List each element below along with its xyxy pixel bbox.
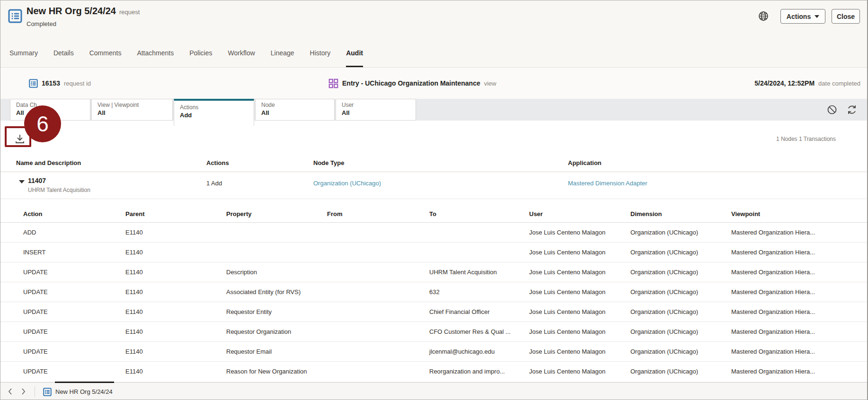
- cell-parent: E1140: [125, 249, 143, 256]
- globe-icon[interactable]: [758, 10, 769, 22]
- cell-user: Jose Luis Centeno Malagon: [529, 269, 605, 276]
- col-dimension: Dimension: [630, 210, 662, 217]
- col-viewpoint: Viewpoint: [731, 210, 760, 217]
- filter-user[interactable]: User All: [336, 99, 416, 121]
- cell-to: UHRM Talent Acquisition: [429, 269, 497, 276]
- node-group-row: 11407 UHRM Talent Acquisition 1 Add Orga…: [0, 172, 867, 199]
- col-action: Action: [23, 210, 42, 217]
- cell-action: UPDATE: [23, 368, 48, 375]
- detail-table-header: Action Parent Property From To User Dime…: [0, 208, 867, 223]
- cell-user: Jose Luis Centeno Malagon: [529, 328, 605, 335]
- cell-to: CFO Customer Res & Qual ...: [429, 328, 511, 335]
- actions-button[interactable]: Actions: [780, 9, 825, 24]
- filter-label: User: [342, 102, 410, 108]
- cell-viewpoint-link[interactable]: Mastered Organization Hiera...: [731, 308, 815, 315]
- cell-parent: E1140: [125, 368, 143, 375]
- request-id-value: 16153: [42, 79, 60, 87]
- cell-parent: E1140: [125, 328, 143, 335]
- cell-action: INSERT: [23, 249, 45, 256]
- table-row: ADD E1140 Jose Luis Centeno Malagon Orga…: [0, 223, 867, 243]
- cell-dimension: Organization (UChicago): [630, 249, 698, 256]
- filter-value: All: [261, 109, 328, 116]
- filter-label: View | Viewpoint: [97, 102, 167, 108]
- footer-divider: [35, 386, 35, 397]
- table-row: UPDATE E1140 Description UHRM Talent Acq…: [0, 262, 867, 282]
- node-type-link[interactable]: Organization (UChicago): [313, 180, 381, 187]
- tab-comments[interactable]: Comments: [89, 49, 122, 67]
- col-property: Property: [226, 210, 251, 217]
- table-row: UPDATE E1140 Reason for New Organization…: [0, 362, 867, 382]
- tab-attachments[interactable]: Attachments: [137, 49, 174, 67]
- cell-action: UPDATE: [23, 308, 48, 315]
- tab-workflow[interactable]: Workflow: [228, 49, 255, 67]
- filter-value: Add: [180, 112, 248, 119]
- view-label: view: [484, 80, 496, 87]
- view-group: Entry - UChicago Organization Maintenanc…: [328, 68, 496, 99]
- filter-view-viewpoint[interactable]: View | Viewpoint All: [91, 99, 173, 121]
- col-application: Application: [568, 159, 602, 166]
- footer-tab-bar: New HR Org 5/24/24: [0, 382, 867, 400]
- cell-dimension: Organization (UChicago): [630, 229, 698, 236]
- title-suffix: request: [119, 9, 140, 16]
- table-row: UPDATE E1140 Requestor Organization CFO …: [0, 322, 867, 342]
- close-button[interactable]: Close: [832, 9, 860, 24]
- view-grid-icon: [328, 78, 338, 88]
- cell-property: Associated Entity (for RVS): [226, 288, 301, 296]
- active-footer-tab-indicator: [55, 382, 114, 383]
- tab-audit[interactable]: Audit: [346, 49, 363, 67]
- cell-viewpoint-link[interactable]: Mastered Organization Hiera...: [731, 328, 815, 335]
- cell-parent: E1140: [125, 308, 143, 315]
- request-id-label: request id: [64, 80, 91, 87]
- filter-node[interactable]: Node All: [255, 99, 335, 121]
- page-title: New HR Org 5/24/24request: [27, 6, 140, 17]
- refresh-icon[interactable]: [847, 104, 857, 115]
- cell-property: Requestor Organization: [226, 328, 291, 335]
- cell-viewpoint-link[interactable]: Mastered Organization Hiera...: [731, 229, 815, 236]
- open-request-tab[interactable]: New HR Org 5/24/24: [38, 383, 117, 400]
- filter-label: Actions: [180, 104, 248, 111]
- filter-value: All: [97, 109, 167, 116]
- tab-history[interactable]: History: [310, 49, 331, 67]
- cell-viewpoint-link[interactable]: Mastered Organization Hiera...: [731, 368, 815, 375]
- cell-action: UPDATE: [23, 348, 48, 355]
- cell-parent: E1140: [125, 269, 143, 276]
- cell-property: Requestor Entity: [226, 308, 272, 315]
- cell-viewpoint-link[interactable]: Mastered Organization Hiera...: [731, 348, 815, 355]
- annotation-step-number: 6: [24, 105, 61, 142]
- tab-lineage[interactable]: Lineage: [271, 49, 294, 67]
- cell-to: jlcenmal@uchicago.edu: [429, 348, 495, 355]
- cell-property: Requestor Email: [226, 348, 272, 355]
- cell-dimension: Organization (UChicago): [630, 288, 698, 296]
- prev-tab-icon[interactable]: [5, 387, 15, 396]
- col-user: User: [529, 210, 543, 217]
- table-row: UPDATE E1140 Requestor Entity Chief Fina…: [0, 302, 867, 322]
- cell-action: UPDATE: [23, 288, 48, 296]
- cell-viewpoint-link[interactable]: Mastered Organization Hiera...: [731, 269, 815, 276]
- close-button-label: Close: [837, 13, 855, 20]
- col-name-description: Name and Description: [16, 159, 81, 166]
- tab-policies[interactable]: Policies: [189, 49, 212, 67]
- request-info-strip: 16153 request id Entry - UChicago Organi…: [0, 68, 867, 99]
- collapse-caret-icon[interactable]: [19, 180, 25, 183]
- table-row: INSERT E1140 Jose Luis Centeno Malagon O…: [0, 243, 867, 262]
- col-node-type: Node Type: [313, 159, 345, 166]
- cell-action: ADD: [23, 229, 36, 236]
- request-audit-window: New HR Org 5/24/24request Completed Acti…: [0, 0, 868, 400]
- tab-summary[interactable]: Summary: [9, 49, 38, 67]
- cell-to: Chief Financial Officer: [429, 308, 490, 315]
- node-actions-count: 1 Add: [206, 180, 222, 187]
- cell-user: Jose Luis Centeno Malagon: [529, 229, 605, 236]
- cell-parent: E1140: [125, 229, 143, 236]
- application-link[interactable]: Mastered Dimension Adapter: [568, 180, 647, 187]
- request-id-icon: [29, 79, 38, 88]
- next-tab-icon[interactable]: [18, 387, 28, 396]
- clear-filters-icon[interactable]: [827, 104, 837, 115]
- cell-viewpoint-link[interactable]: Mastered Organization Hiera...: [731, 288, 815, 296]
- cell-parent: E1140: [125, 348, 143, 355]
- tab-details[interactable]: Details: [53, 49, 74, 67]
- filter-actions[interactable]: Actions Add: [174, 99, 254, 126]
- date-completed-label: date completed: [818, 80, 860, 87]
- cell-viewpoint-link[interactable]: Mastered Organization Hiera...: [731, 249, 815, 256]
- cell-to: Reorganization and impro...: [429, 368, 505, 375]
- cell-dimension: Organization (UChicago): [630, 368, 698, 375]
